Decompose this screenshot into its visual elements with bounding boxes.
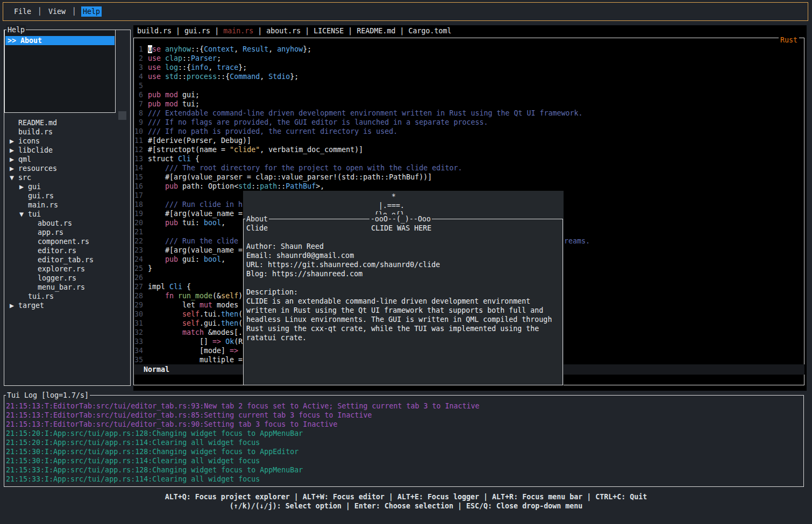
about-dialog-row: Blog: https://shaunreed.com xyxy=(246,269,552,278)
explorer-scrollbar-thumb[interactable] xyxy=(118,111,126,120)
file-tree-item-libclide[interactable]: ▶libclide xyxy=(10,146,53,155)
file-tree-item-label: logger.rs xyxy=(38,274,76,282)
file-tree-item-build.rs[interactable]: build.rs xyxy=(10,127,53,137)
line-number: 11 xyxy=(134,136,143,145)
folder-open-icon[interactable]: ▼ xyxy=(10,173,18,182)
line-number: 5 xyxy=(134,81,143,90)
code-line-5: 5 xyxy=(134,81,148,90)
line-number: 13 xyxy=(134,154,143,163)
code-line-1: 1use anyhow::{Context, Result, anyhow}; xyxy=(134,45,311,54)
file-tree-item-src[interactable]: ▼src xyxy=(10,173,31,182)
log-entry-info: 21:15:30:I:App:src/tui/app.rs:128:Changi… xyxy=(6,447,480,456)
file-tree-item-gui[interactable]: ▶gui xyxy=(19,182,41,191)
file-tree-item-label: explorer.rs xyxy=(38,265,85,273)
dropdown-item-about[interactable]: >> About xyxy=(5,36,115,45)
file-tree-item-editor_tab.rs[interactable]: editor_tab.rs xyxy=(29,255,94,264)
file-tree-item-label: editor.rs xyxy=(38,247,76,255)
menu-item-help[interactable]: Help xyxy=(81,6,102,17)
help-dropdown-menu[interactable]: Help >> About xyxy=(4,30,116,113)
folder-collapsed-icon[interactable]: ▶ xyxy=(10,137,18,146)
code-line-9: 9/// If no flags are provided, the GUI e… xyxy=(134,118,488,127)
line-number: 23 xyxy=(134,246,143,255)
code-line-15: 15 #[arg(value_parser = clap::value_pars… xyxy=(134,173,432,182)
code-line-6: 6pub mod gui; xyxy=(134,90,200,99)
about-dialog-content: Clide CLIDE WAS HEREAuthor: Shaun ReedEm… xyxy=(246,224,552,342)
file-tree-item-label: libclide xyxy=(18,146,53,154)
about-dialog-row: Email: shaunrd0@gmail.com xyxy=(246,251,552,260)
code-line-12: 12#[structopt(name = "clide", verbatim_d… xyxy=(134,145,363,154)
code-line-21: 21 xyxy=(134,227,148,236)
line-number: 22 xyxy=(134,236,143,246)
code-line-27: 27impl Cli { xyxy=(134,282,191,291)
file-tree-item-qml[interactable]: ▶qml xyxy=(10,155,31,164)
file-tree-item-tui.rs[interactable]: tui.rs xyxy=(19,292,54,301)
shortcut-line-2: (↑/k)/(↓/j): Select option | Enter: Choo… xyxy=(0,501,812,511)
log-entry-info: 21:15:30:I:App:src/tui/app.rs:114:Cleari… xyxy=(6,456,480,465)
line-number: 24 xyxy=(134,255,143,264)
menu-item-file[interactable]: File xyxy=(12,6,33,17)
line-number: 15 xyxy=(134,173,143,182)
tab-main.rs[interactable]: main.rs xyxy=(223,26,253,35)
about-dialog-row: ratatui crate. xyxy=(246,333,552,342)
file-tree-item-about.rs[interactable]: about.rs xyxy=(29,219,72,228)
menu-item-view[interactable]: View xyxy=(47,6,67,17)
code-line-17: 17 xyxy=(134,191,148,200)
file-tree-item-label: gui.rs xyxy=(28,192,54,200)
tab-about.rs[interactable]: about.rs xyxy=(266,26,301,35)
file-tree-item-explorer.rs[interactable]: explorer.rs xyxy=(29,264,85,274)
language-badge: Rust xyxy=(779,35,799,45)
file-tree-item-resources[interactable]: ▶resources xyxy=(10,164,57,173)
about-dialog-row: written in Rust using the Qt UI framewor… xyxy=(246,306,552,315)
tab-Cargo.toml[interactable]: Cargo.toml xyxy=(408,26,451,35)
file-tree-item-menu_bar.rs[interactable]: menu_bar.rs xyxy=(29,283,85,292)
folder-collapsed-icon[interactable]: ▶ xyxy=(10,164,18,173)
code-line-8: 8/// Extendable command-line driven deve… xyxy=(134,109,583,118)
tab-LICENSE[interactable]: LICENSE xyxy=(314,26,344,35)
tab-separator: | xyxy=(395,26,408,35)
log-entry-info: 21:15:33:I:App:src/tui/app.rs:114:Cleari… xyxy=(6,475,480,484)
tab-separator: | xyxy=(344,26,357,35)
tab-build.rs[interactable]: build.rs xyxy=(137,26,172,35)
line-number: 9 xyxy=(134,118,143,127)
folder-collapsed-icon[interactable]: ▶ xyxy=(10,146,18,155)
file-tree-item-editor.rs[interactable]: editor.rs xyxy=(29,246,76,255)
tab-README.md[interactable]: README.md xyxy=(357,26,395,35)
file-tree-item-tui[interactable]: ▼tui xyxy=(19,210,41,219)
line-number: 7 xyxy=(134,99,143,109)
line-number: 3 xyxy=(134,63,143,72)
code-line-22: 22 /// Run the clide xyxy=(134,236,243,246)
log-entry-trace: 21:15:13:T:EditorTab:src/tui/editor_tab.… xyxy=(6,420,480,429)
log-panel[interactable]: Tui Log [log=1.7/s] 21:15:13:T:EditorTab… xyxy=(4,395,804,487)
code-line-2: 2use clap::Parser; xyxy=(134,54,221,63)
line-number: 29 xyxy=(134,300,143,310)
shortcut-line-1: ALT+Q: Focus project explorer | ALT+W: F… xyxy=(0,492,812,501)
line-number: 10 xyxy=(134,127,143,136)
line-number: 4 xyxy=(134,72,143,81)
folder-collapsed-icon[interactable]: ▶ xyxy=(10,155,18,164)
file-tree-item-component.rs[interactable]: component.rs xyxy=(29,237,89,246)
line-number: 17 xyxy=(134,191,143,200)
folder-collapsed-icon[interactable]: ▶ xyxy=(10,301,18,310)
log-entry-info: 21:15:20:I:App:src/tui/app.rs:128:Changi… xyxy=(6,429,480,438)
line-number: 25 xyxy=(134,264,143,273)
file-tree-item-logger.rs[interactable]: logger.rs xyxy=(29,274,76,283)
clipped-comment-fragment: reams. xyxy=(564,236,590,246)
code-line-26: 26 xyxy=(134,273,148,282)
file-tree-item-label: component.rs xyxy=(38,238,89,246)
file-tree-item-gui.rs[interactable]: gui.rs xyxy=(19,191,54,200)
folder-open-icon[interactable]: ▼ xyxy=(19,210,28,219)
line-number: 34 xyxy=(134,346,143,355)
file-tree-item-app.rs[interactable]: app.rs xyxy=(29,228,63,237)
file-tree-item-README.md[interactable]: README.md xyxy=(10,118,57,127)
tab-gui.rs[interactable]: gui.rs xyxy=(184,26,210,35)
file-tree-item-main.rs[interactable]: main.rs xyxy=(19,200,58,210)
text-cursor: u xyxy=(148,45,152,53)
code-line-25: 25} xyxy=(134,264,152,273)
folder-collapsed-icon[interactable]: ▶ xyxy=(19,182,28,191)
file-tree-item-target[interactable]: ▶target xyxy=(10,301,44,310)
menu-separator: │ xyxy=(38,7,42,16)
tab-separator: | xyxy=(210,26,223,35)
tab-separator: | xyxy=(253,26,266,35)
line-number: 20 xyxy=(134,218,143,227)
file-tree-item-icons[interactable]: ▶icons xyxy=(10,137,40,146)
